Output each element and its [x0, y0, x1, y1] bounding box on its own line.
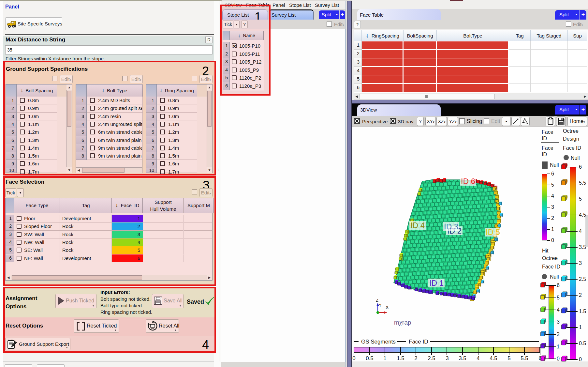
svg-text:Z: Z — [376, 298, 378, 303]
svg-text:Y: Y — [379, 303, 382, 308]
svg-text:X: X — [386, 305, 389, 310]
